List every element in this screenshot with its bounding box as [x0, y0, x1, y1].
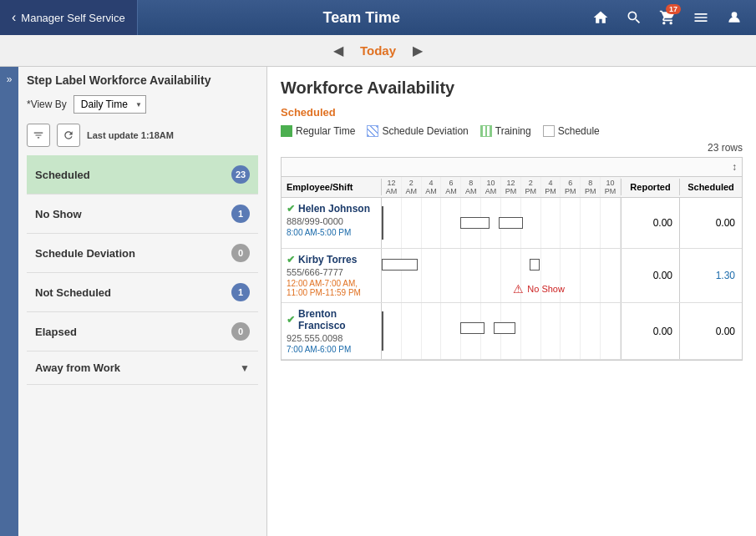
- sidebar-toolbar: Last update 1:18AM: [27, 124, 258, 147]
- legend-regular-time-label: Regular Time: [296, 125, 355, 137]
- cart-button[interactable]: 17: [652, 3, 682, 33]
- search-button[interactable]: [619, 3, 649, 33]
- time-8am: 8AM: [461, 177, 481, 197]
- emp-bar-brenton: [382, 303, 621, 359]
- home-button[interactable]: [586, 3, 616, 33]
- legend-training-label: Training: [495, 125, 531, 137]
- back-label: Manager Self Service: [21, 12, 124, 24]
- view-by-select-wrapper[interactable]: Daily Time Weekly Monthly: [74, 95, 146, 114]
- time-12am: 12AM: [382, 177, 402, 197]
- sidebar-item-scheduled-label: Scheduled: [35, 169, 90, 181]
- emp-name-brenton: ✔ Brenton Francisco: [287, 308, 376, 331]
- sidebar-item-noshow[interactable]: No Show 1: [27, 195, 258, 234]
- time-header: Employee/Shift 12AM 2AM 4AM 6AM 8AM 10AM…: [282, 177, 742, 198]
- time-4pm: 4PM: [541, 177, 561, 197]
- emp-name-kirby: ✔ Kirby Torres: [287, 254, 376, 265]
- refresh-button[interactable]: [57, 124, 80, 147]
- emp-schedule-helen: 8:00 AM-5:00 PM: [287, 228, 376, 237]
- time-10pm: 10PM: [601, 177, 621, 197]
- nav-prev-button[interactable]: ◀: [333, 43, 343, 58]
- time-10am: 10AM: [481, 177, 501, 197]
- back-button[interactable]: ‹ Manager Self Service: [0, 0, 138, 35]
- filter-button[interactable]: [27, 124, 50, 147]
- nav-next-button[interactable]: ▶: [413, 43, 423, 58]
- nav-bar: ◀ Today ▶: [0, 35, 756, 67]
- sidebar-item-away-expand: ▼: [240, 362, 250, 374]
- app-header: ‹ Manager Self Service Team Time 17: [0, 0, 756, 35]
- legend-schedule-deviation: Schedule Deviation: [367, 125, 468, 137]
- emp-check-helen: ✔: [287, 203, 295, 215]
- menu-button[interactable]: [686, 3, 716, 33]
- legend-schedule-box: [543, 125, 555, 137]
- main-layout: » Step Label Workforce Availability *Vie…: [0, 67, 756, 536]
- user-button[interactable]: [719, 3, 749, 33]
- sidebar-collapse-button[interactable]: »: [0, 67, 18, 536]
- employee-shift-header: Employee/Shift: [282, 179, 382, 195]
- no-show-label: No Show: [527, 284, 565, 294]
- sidebar-item-scheddev-label: Schedule Deviation: [35, 247, 135, 260]
- vline-helen: [382, 206, 383, 240]
- sidebar: » Step Label Workforce Availability *Vie…: [0, 67, 267, 536]
- nav-today-label: Today: [360, 43, 396, 58]
- emp-reported-kirby: 0.00: [621, 249, 679, 302]
- back-arrow-icon: ‹: [12, 10, 16, 25]
- sort-row: ↕: [282, 158, 742, 177]
- sidebar-title: Step Label Workforce Availability: [27, 73, 258, 87]
- sort-button[interactable]: ↕: [732, 161, 737, 173]
- sidebar-item-noshow-label: No Show: [35, 208, 82, 220]
- bar-brenton-1: [460, 322, 485, 334]
- view-by-row: *View By Daily Time Weekly Monthly: [27, 95, 258, 114]
- emp-info-kirby: ✔ Kirby Torres 555/666-7777 12:00 AM-7:0…: [282, 249, 382, 302]
- no-show-icon: ⚠: [513, 282, 524, 296]
- sidebar-item-noshow-count: 1: [231, 205, 250, 223]
- time-2am: 2AM: [402, 177, 422, 197]
- grid-lines: [382, 249, 621, 302]
- cart-badge: 17: [666, 4, 681, 14]
- emp-scheduled-brenton: 0.00: [679, 303, 742, 359]
- time-cols-header: 12AM 2AM 4AM 6AM 8AM 10AM 12PM 2PM 4PM 6…: [382, 177, 621, 197]
- legend-schedule: Schedule: [543, 125, 600, 137]
- emp-scheduled-helen: 0.00: [679, 198, 742, 248]
- emp-phone-brenton: 925.555.0098: [287, 333, 376, 343]
- emp-schedule-kirby: 12:00 AM-7:00 AM, 11:00 PM-11:59 PM: [287, 279, 376, 297]
- bar-helen-2: [499, 217, 523, 229]
- sidebar-item-elapsed[interactable]: Elapsed 0: [27, 312, 258, 351]
- legend-regular-time-box: [281, 125, 292, 137]
- legend-regular-time: Regular Time: [281, 125, 355, 137]
- sidebar-item-notscheduled[interactable]: Not Scheduled 1: [27, 273, 258, 312]
- emp-check-brenton: ✔: [287, 314, 295, 326]
- emp-phone-helen: 888/999-0000: [287, 216, 376, 226]
- bar-kirby-1: [382, 259, 418, 271]
- time-2pm: 2PM: [521, 177, 541, 197]
- time-6pm: 6PM: [561, 177, 581, 197]
- emp-reported-brenton: 0.00: [621, 303, 679, 359]
- time-8pm: 8PM: [581, 177, 601, 197]
- emp-name-helen: ✔ Helen Johnson: [287, 203, 376, 215]
- sidebar-item-elapsed-count: 0: [231, 322, 250, 341]
- time-4am: 4AM: [422, 177, 442, 197]
- emp-bar-kirby: ⚠ No Show: [382, 249, 621, 302]
- sidebar-item-scheddev-count: 0: [231, 244, 250, 262]
- section-label: Scheduled: [281, 106, 743, 119]
- emp-scheduled-kirby: 1.30: [679, 249, 742, 302]
- sidebar-item-notscheduled-count: 1: [231, 283, 250, 301]
- emp-schedule-brenton: 7:00 AM-6:00 PM: [287, 345, 376, 354]
- legend-schedule-label: Schedule: [558, 125, 600, 137]
- sidebar-item-scheddev[interactable]: Schedule Deviation 0: [27, 234, 258, 273]
- sidebar-item-away[interactable]: Away from Work ▼: [27, 351, 258, 385]
- view-by-select[interactable]: Daily Time Weekly Monthly: [74, 95, 146, 114]
- bar-kirby-2: [530, 259, 539, 271]
- legend-schedule-deviation-box: [367, 125, 378, 137]
- legend-training: Training: [480, 125, 531, 137]
- reported-header: Reported: [621, 179, 679, 195]
- legend-training-box: [480, 125, 492, 137]
- emp-info-brenton: ✔ Brenton Francisco 925.555.0098 7:00 AM…: [282, 303, 382, 359]
- sidebar-item-scheduled-count: 23: [231, 165, 250, 184]
- table-row: ✔ Kirby Torres 555/666-7777 12:00 AM-7:0…: [282, 249, 742, 303]
- last-update-text: Last update 1:18AM: [87, 130, 174, 140]
- sidebar-item-away-label: Away from Work: [35, 362, 120, 374]
- content-title: Workforce Availability: [281, 78, 743, 98]
- table-row: ✔ Brenton Francisco 925.555.0098 7:00 AM…: [282, 303, 742, 360]
- bar-brenton-2: [494, 322, 515, 334]
- sidebar-item-scheduled[interactable]: Scheduled 23: [27, 155, 258, 195]
